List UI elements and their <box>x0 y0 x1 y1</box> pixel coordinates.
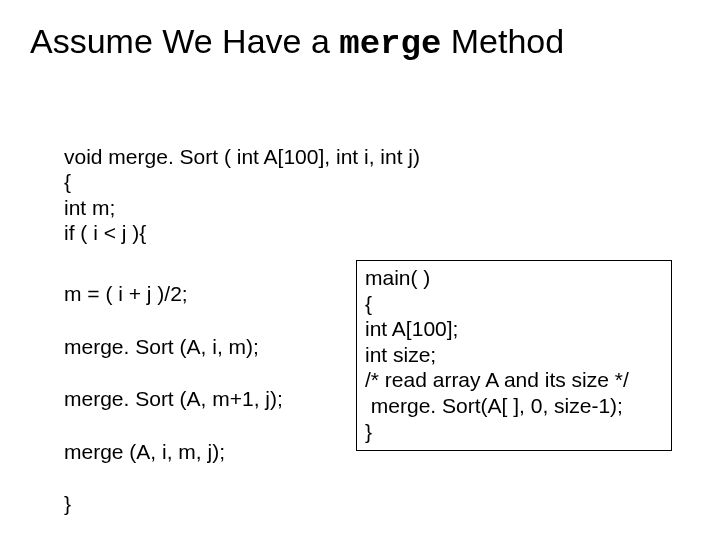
code-line: merge. Sort (A, m+1, j); <box>64 387 283 410</box>
title-post: Method <box>441 22 564 60</box>
title-pre: Assume We Have a <box>30 22 339 60</box>
code-line: merge (A, i, m, j); } <box>64 440 225 516</box>
code-line: merge. Sort (A, i, m); <box>64 335 259 358</box>
code-line: if ( i < j ){ <box>64 221 146 244</box>
code-line: int m; <box>64 196 115 219</box>
code-left-block2: m = ( i + j )/2; merge. Sort (A, i, m); … <box>64 268 283 531</box>
title-mono: merge <box>339 25 441 63</box>
code-line: /* read array A and its size */ <box>365 368 629 391</box>
code-left-block: void merge. Sort ( int A[100], int i, in… <box>64 118 420 272</box>
code-line: main( ) <box>365 266 430 289</box>
slide-title: Assume We Have a merge Method <box>30 22 564 63</box>
main-code-box: main( ) { int A[100]; int size; /* read … <box>356 260 672 451</box>
code-line: merge. Sort(A[ ], 0, size-1); <box>365 394 623 417</box>
code-line: { <box>365 292 372 315</box>
code-line: } <box>365 420 372 443</box>
code-line: int size; <box>365 343 436 366</box>
code-line: { <box>64 170 71 193</box>
code-line: int A[100]; <box>365 317 458 340</box>
code-line: void merge. Sort ( int A[100], int i, in… <box>64 145 420 168</box>
code-line: m = ( i + j )/2; <box>64 282 188 305</box>
